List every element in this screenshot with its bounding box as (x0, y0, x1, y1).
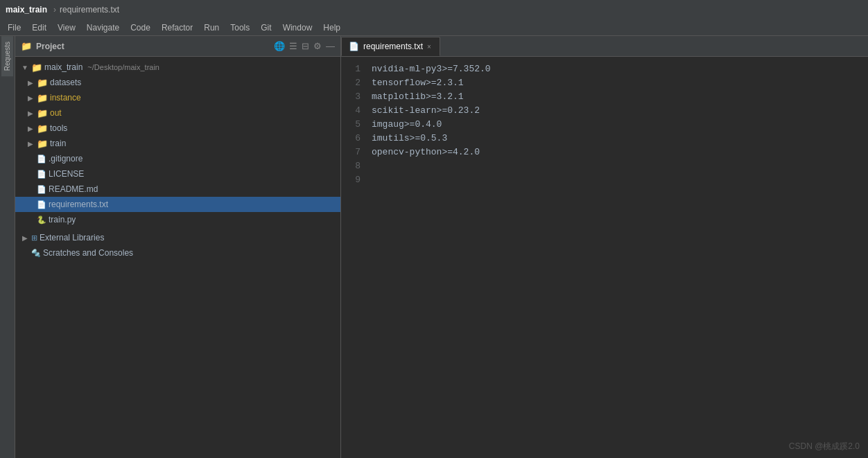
side-tab-requests[interactable]: Requests (1, 36, 13, 76)
root-label: maix_train (44, 62, 83, 72)
panel-header: 📁 Project 🌐 ☰ ⊟ ⚙ — (15, 36, 340, 57)
gitignore-icon: 📄 (37, 155, 46, 164)
panel-folder-icon: 📁 (21, 41, 32, 51)
menu-navigate[interactable]: Navigate (82, 21, 124, 34)
tree-item-external-libs[interactable]: ▶ ⊞ External Libraries (15, 230, 340, 245)
tree-item-datasets[interactable]: ▶ 📁 datasets (15, 75, 340, 90)
tab-close[interactable]: × (427, 43, 431, 51)
code-line-5: imgaug>=0.4.0 (369, 118, 868, 132)
tree-item-gitignore[interactable]: ▶ 📄 .gitignore (15, 151, 340, 166)
menu-file[interactable]: File (3, 21, 26, 34)
project-title: maix_train (6, 5, 47, 15)
watermark: CSDN @桃成蹊2.0 (789, 441, 860, 452)
datasets-label: datasets (50, 78, 81, 87)
tools-icon: 📁 (37, 123, 48, 134)
scratches-icon: 🔩 (31, 249, 41, 258)
instance-icon: 📁 (37, 93, 48, 103)
menu-edit[interactable]: Edit (27, 21, 51, 34)
title-separator: › (53, 5, 56, 15)
menu-refactor[interactable]: Refactor (157, 21, 198, 34)
out-icon: 📁 (37, 108, 48, 118)
license-icon: 📄 (37, 170, 46, 179)
license-label: LICENSE (49, 169, 84, 179)
editor-tab-requirements[interactable]: 📄 requirements.txt × (341, 37, 440, 56)
root-arrow: ▼ (21, 64, 29, 71)
title-file: requirements.txt (60, 5, 119, 15)
external-libs-arrow: ▶ (21, 234, 29, 242)
menu-help[interactable]: Help (318, 21, 345, 34)
line-num-5: 5 (347, 118, 361, 132)
code-line-7: opencv-python>=4.2.0 (369, 146, 868, 159)
train-py-label: train.py (49, 215, 76, 224)
main-layout: Requests 📁 Project 🌐 ☰ ⊟ ⚙ — ▼ 📁 maix_tr… (0, 36, 868, 458)
editor-tabs: 📄 requirements.txt × (341, 36, 868, 57)
menu-run[interactable]: Run (199, 21, 224, 34)
menu-window[interactable]: Window (278, 21, 318, 34)
list-icon[interactable]: ☰ (289, 41, 297, 51)
scratches-label: Scratches and Consoles (43, 248, 133, 258)
line-num-1: 1 (347, 62, 361, 76)
train-folder-label: train (50, 139, 66, 148)
code-line-4: scikit-learn>=0.23.2 (369, 104, 868, 118)
tree-item-requirements[interactable]: ▶ 📄 requirements.txt (15, 197, 340, 212)
tab-label: requirements.txt (363, 42, 423, 51)
root-folder-icon: 📁 (31, 62, 42, 73)
requirements-icon: 📄 (37, 200, 46, 209)
tree-item-license[interactable]: ▶ 📄 LICENSE (15, 166, 340, 182)
side-tabs: Requests (0, 36, 15, 458)
line-num-3: 3 (347, 90, 361, 104)
editor-content: 1 2 3 4 5 6 7 8 9 nvidia-ml-py3>=7.352.0… (341, 57, 868, 458)
tab-icon: 📄 (349, 42, 359, 51)
tree-item-train-py[interactable]: ▶ 🐍 train.py (15, 212, 340, 227)
panel-icons: 🌐 ☰ ⊟ ⚙ — (274, 41, 335, 51)
tree-item-instance[interactable]: ▶ 📁 instance (15, 90, 340, 105)
gitignore-label: .gitignore (49, 154, 83, 164)
instance-arrow: ▶ (26, 94, 35, 102)
tree-item-tools[interactable]: ▶ 📁 tools (15, 121, 340, 136)
code-area[interactable]: nvidia-ml-py3>=7.352.0 tensorflow>=2.3.1… (369, 57, 868, 458)
tree-item-train-folder[interactable]: ▶ 📁 train (15, 136, 340, 151)
title-bar: maix_train › requirements.txt (0, 0, 868, 19)
line-num-7: 7 (347, 146, 361, 159)
readme-label: README.md (49, 184, 98, 194)
out-label: out (50, 108, 62, 118)
train-py-icon: 🐍 (37, 215, 46, 224)
root-path: ~/Desktop/maix_train (87, 63, 159, 71)
requirements-label: requirements.txt (49, 200, 108, 209)
line-numbers: 1 2 3 4 5 6 7 8 9 (341, 57, 369, 458)
tools-label: tools (50, 123, 67, 133)
instance-label: instance (50, 93, 81, 103)
line-num-9: 9 (347, 173, 361, 187)
line-num-6: 6 (347, 132, 361, 146)
minimize-icon[interactable]: — (326, 41, 335, 51)
tree-item-scratches[interactable]: ▶ 🔩 Scratches and Consoles (15, 245, 340, 261)
code-line-2: tensorflow>=2.3.1 (369, 76, 868, 90)
settings-icon[interactable]: ⚙ (313, 41, 322, 51)
collapse-icon[interactable]: ⊟ (302, 41, 309, 51)
external-libs-label: External Libraries (40, 233, 104, 243)
menu-git[interactable]: Git (256, 21, 276, 34)
menu-tools[interactable]: Tools (225, 21, 254, 34)
tree-item-out[interactable]: ▶ 📁 out (15, 105, 340, 121)
readme-icon: 📄 (37, 185, 46, 194)
train-folder-arrow: ▶ (26, 140, 35, 148)
line-num-8: 8 (347, 159, 361, 173)
tree-item-readme[interactable]: ▶ 📄 README.md (15, 182, 340, 197)
file-tree: ▼ 📁 maix_train ~/Desktop/maix_train ▶ 📁 … (15, 57, 340, 458)
menu-view[interactable]: View (53, 21, 80, 34)
project-panel: 📁 Project 🌐 ☰ ⊟ ⚙ — ▼ 📁 maix_train ~/Des… (15, 36, 341, 458)
datasets-arrow: ▶ (26, 79, 35, 87)
menu-code[interactable]: Code (125, 21, 155, 34)
line-num-2: 2 (347, 76, 361, 90)
train-folder-icon: 📁 (37, 139, 48, 149)
code-line-3: matplotlib>=3.2.1 (369, 90, 868, 104)
external-libs-icon: ⊞ (31, 234, 37, 243)
line-num-4: 4 (347, 104, 361, 118)
datasets-icon: 📁 (37, 78, 48, 88)
code-line-1: nvidia-ml-py3>=7.352.0 (369, 62, 868, 76)
editor-area: 📄 requirements.txt × 1 2 3 4 5 6 7 8 9 n… (341, 36, 868, 458)
tree-root[interactable]: ▼ 📁 maix_train ~/Desktop/maix_train (15, 60, 340, 75)
tools-arrow: ▶ (26, 125, 35, 132)
globe-icon[interactable]: 🌐 (274, 41, 285, 51)
code-line-6: imutils>=0.5.3 (369, 132, 868, 146)
